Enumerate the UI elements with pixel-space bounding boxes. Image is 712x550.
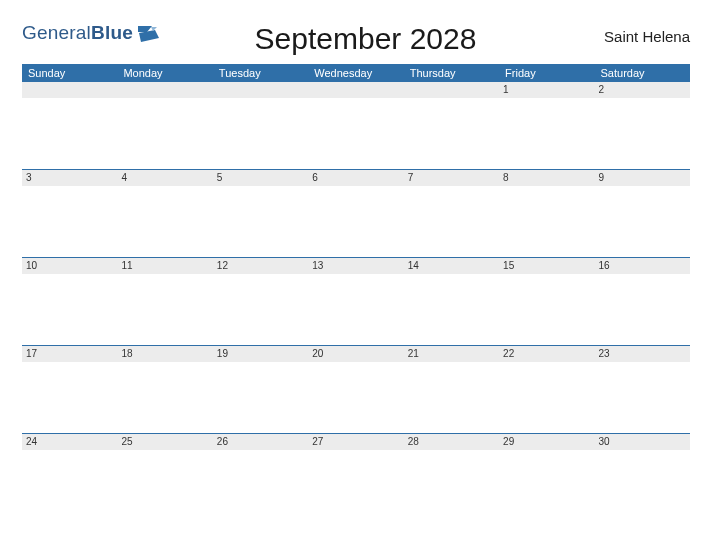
day-header: Thursday (404, 64, 499, 82)
day-cell: 17 (22, 346, 117, 433)
day-number: 13 (308, 258, 403, 274)
day-number: 21 (404, 346, 499, 362)
day-cell: 21 (404, 346, 499, 433)
week-row: 3 4 5 6 7 8 9 (22, 170, 690, 258)
week-row: 10 11 12 13 14 15 16 (22, 258, 690, 346)
day-cell: 10 (22, 258, 117, 345)
brand-word-1: General (22, 22, 91, 43)
day-cell (213, 82, 308, 169)
day-cell: 9 (595, 170, 690, 257)
day-number: 3 (22, 170, 117, 186)
day-number: 15 (499, 258, 594, 274)
day-cell: 28 (404, 434, 499, 522)
day-cell (404, 82, 499, 169)
day-header: Monday (117, 64, 212, 82)
day-cell: 11 (117, 258, 212, 345)
day-number: 14 (404, 258, 499, 274)
day-cell: 2 (595, 82, 690, 169)
day-cell: 1 (499, 82, 594, 169)
header: GeneralBlue September 2028 Saint Helena (22, 18, 690, 56)
day-cell: 3 (22, 170, 117, 257)
day-cell: 15 (499, 258, 594, 345)
day-header-row: Sunday Monday Tuesday Wednesday Thursday… (22, 64, 690, 82)
day-number (404, 82, 499, 98)
day-number (308, 82, 403, 98)
day-number (117, 82, 212, 98)
day-cell: 8 (499, 170, 594, 257)
day-number: 2 (595, 82, 690, 98)
day-number: 16 (595, 258, 690, 274)
day-cell (22, 82, 117, 169)
day-number: 24 (22, 434, 117, 450)
day-cell: 14 (404, 258, 499, 345)
day-cell: 27 (308, 434, 403, 522)
brand-logo: GeneralBlue (22, 18, 161, 48)
day-cell: 4 (117, 170, 212, 257)
day-cell: 20 (308, 346, 403, 433)
week-row: 24 25 26 27 28 29 30 (22, 434, 690, 522)
day-cell: 16 (595, 258, 690, 345)
day-cell: 6 (308, 170, 403, 257)
day-number: 28 (404, 434, 499, 450)
day-cell (308, 82, 403, 169)
calendar-grid: Sunday Monday Tuesday Wednesday Thursday… (22, 64, 690, 522)
day-number: 12 (213, 258, 308, 274)
day-number: 9 (595, 170, 690, 186)
day-number: 19 (213, 346, 308, 362)
day-number: 18 (117, 346, 212, 362)
day-number (213, 82, 308, 98)
day-number: 26 (213, 434, 308, 450)
day-cell: 5 (213, 170, 308, 257)
day-number: 22 (499, 346, 594, 362)
week-row: 1 2 (22, 82, 690, 170)
day-number: 27 (308, 434, 403, 450)
day-header: Sunday (22, 64, 117, 82)
weeks-container: 1 2 3 4 5 6 7 8 9 10 11 12 13 14 15 16 (22, 82, 690, 522)
day-cell: 12 (213, 258, 308, 345)
day-number: 5 (213, 170, 308, 186)
day-cell: 23 (595, 346, 690, 433)
day-cell: 30 (595, 434, 690, 522)
day-header: Wednesday (308, 64, 403, 82)
day-number: 8 (499, 170, 594, 186)
day-number (22, 82, 117, 98)
day-header: Tuesday (213, 64, 308, 82)
brand-word-2: Blue (91, 22, 133, 43)
calendar-page: GeneralBlue September 2028 Saint Helena … (0, 0, 712, 522)
day-header: Friday (499, 64, 594, 82)
day-cell: 29 (499, 434, 594, 522)
week-row: 17 18 19 20 21 22 23 (22, 346, 690, 434)
day-number: 10 (22, 258, 117, 274)
day-cell: 22 (499, 346, 594, 433)
day-cell: 24 (22, 434, 117, 522)
day-number: 17 (22, 346, 117, 362)
day-cell: 7 (404, 170, 499, 257)
region-label: Saint Helena (570, 18, 690, 45)
day-number: 25 (117, 434, 212, 450)
day-number: 1 (499, 82, 594, 98)
day-cell: 26 (213, 434, 308, 522)
day-number: 20 (308, 346, 403, 362)
day-number: 11 (117, 258, 212, 274)
brand-flag-icon (137, 24, 161, 48)
day-cell: 19 (213, 346, 308, 433)
day-cell (117, 82, 212, 169)
brand-text: GeneralBlue (22, 22, 133, 44)
day-cell: 18 (117, 346, 212, 433)
day-number: 6 (308, 170, 403, 186)
day-header: Saturday (595, 64, 690, 82)
day-number: 29 (499, 434, 594, 450)
day-number: 23 (595, 346, 690, 362)
day-number: 7 (404, 170, 499, 186)
day-cell: 25 (117, 434, 212, 522)
day-cell: 13 (308, 258, 403, 345)
month-year-title: September 2028 (161, 18, 570, 56)
day-number: 30 (595, 434, 690, 450)
day-number: 4 (117, 170, 212, 186)
